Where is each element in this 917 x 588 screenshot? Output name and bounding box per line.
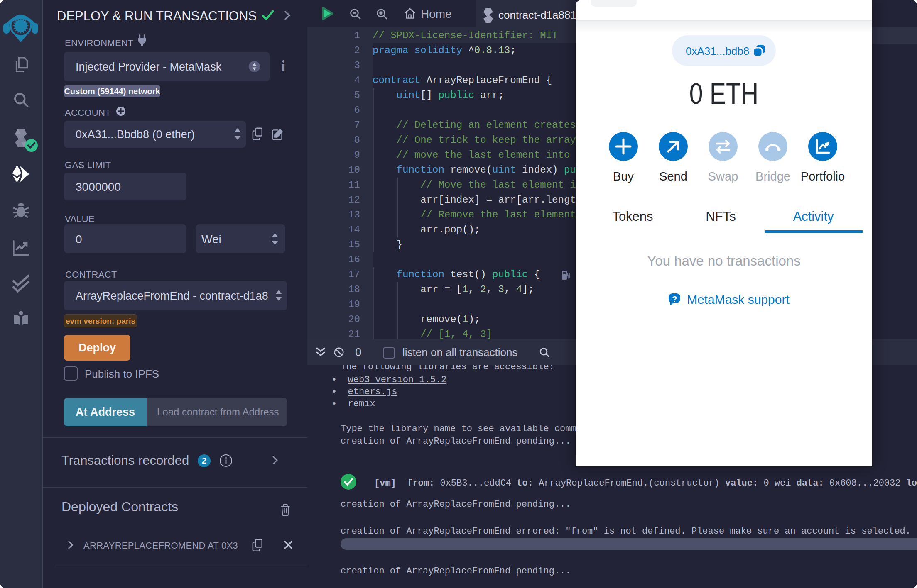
svg-text:?: ? <box>672 295 677 304</box>
